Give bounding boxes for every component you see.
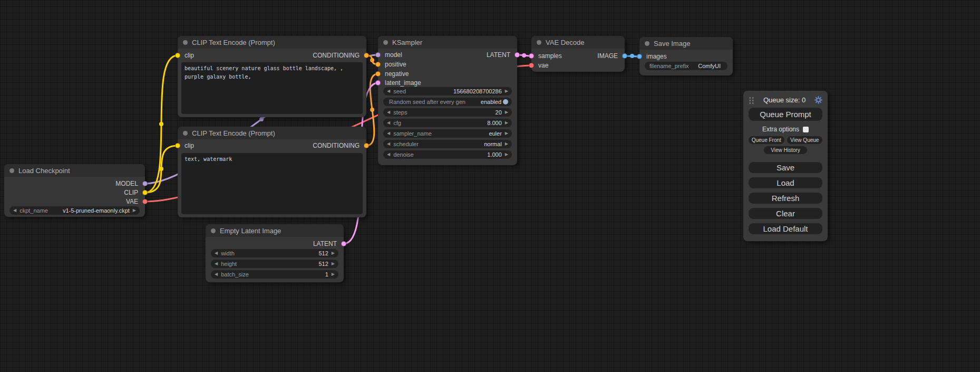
increment-arrow-icon[interactable]: ▶ [505, 108, 508, 117]
widget-batch-size[interactable]: ◀ batch_size 1 ▶ [211, 270, 338, 279]
widget-value: ComfyUI [698, 63, 721, 69]
collapse-dot-icon[interactable] [537, 40, 541, 45]
increment-arrow-icon[interactable]: ▶ [133, 206, 136, 215]
increment-arrow-icon[interactable]: ▶ [332, 270, 335, 279]
positive-input-port[interactable] [375, 62, 381, 67]
slot-label: VAE [126, 198, 138, 205]
collapse-dot-icon[interactable] [383, 40, 388, 45]
collapse-dot-icon[interactable] [183, 131, 188, 136]
extra-options-checkbox[interactable] [803, 127, 809, 132]
model-input-port[interactable] [375, 52, 381, 58]
samples-input-port[interactable] [529, 53, 534, 59]
widget-steps[interactable]: ◀ steps 20 ▶ [383, 108, 512, 117]
load-button[interactable]: Load [749, 177, 822, 188]
view-history-button[interactable]: View History [764, 146, 807, 154]
model-output-port[interactable] [142, 181, 148, 186]
node-title-bar[interactable]: CLIP Text Encode (Prompt) [178, 36, 366, 49]
node-title-bar[interactable]: VAE Decode [531, 36, 625, 49]
node-clip-text-encode-positive[interactable]: CLIP Text Encode (Prompt) clip CONDITION… [178, 36, 366, 117]
save-button[interactable]: Save [749, 162, 822, 173]
decrement-arrow-icon[interactable]: ◀ [13, 206, 16, 215]
images-input-port[interactable] [637, 54, 642, 59]
widget-ckpt-name[interactable]: ◀ ckpt_name v1-5-pruned-emaonly.ckpt ▶ [9, 206, 140, 215]
settings-gear-icon[interactable] [814, 96, 822, 104]
widget-filename-prefix[interactable]: filename_prefix ComfyUI [645, 62, 727, 70]
slot-label: latent_image [385, 79, 421, 87]
collapse-dot-icon[interactable] [211, 228, 216, 233]
view-queue-button[interactable]: View Queue [787, 136, 823, 144]
comfyui-canvas[interactable]: { "app": { "name": "ComfyUI" }, "colors"… [0, 0, 980, 372]
negative-prompt-textarea[interactable]: text, watermark [181, 153, 363, 214]
widget-seed[interactable]: ◀ seed 156680208700286 ▶ [383, 87, 512, 96]
node-title-bar[interactable]: KSampler [378, 36, 517, 49]
node-title-bar[interactable]: Empty Latent Image [206, 224, 344, 237]
vae-input-port[interactable] [529, 63, 534, 68]
widget-denoise[interactable]: ◀ denoise 1.000 ▶ [383, 150, 512, 159]
clip-input-port[interactable] [175, 53, 180, 58]
widget-height[interactable]: ◀ height 512 ▶ [211, 260, 338, 268]
decrement-arrow-icon[interactable]: ◀ [387, 108, 390, 117]
latent-image-input-port[interactable] [375, 80, 381, 85]
input-slot-images: images [639, 52, 667, 61]
negative-input-port[interactable] [375, 71, 381, 77]
clip-output-port[interactable] [142, 190, 148, 195]
node-title-bar[interactable]: Save Image [639, 37, 733, 50]
vae-output-port[interactable] [142, 199, 148, 204]
collapse-dot-icon[interactable] [9, 168, 14, 173]
widget-cfg[interactable]: ◀ cfg 8.000 ▶ [383, 119, 512, 127]
widget-label: cfg [393, 120, 401, 126]
increment-arrow-icon[interactable]: ▶ [505, 129, 508, 138]
collapse-dot-icon[interactable] [645, 41, 649, 46]
decrement-arrow-icon[interactable]: ◀ [387, 87, 390, 96]
decrement-arrow-icon[interactable]: ◀ [215, 249, 218, 257]
decrement-arrow-icon[interactable]: ◀ [215, 260, 218, 268]
node-vae-decode[interactable]: VAE Decode samples vae IMAGE [531, 36, 625, 72]
node-ksampler[interactable]: KSampler model positive negative latent_… [378, 36, 517, 165]
collapse-dot-icon[interactable] [183, 40, 188, 45]
widget-sampler-name[interactable]: ◀ sampler_name euler ▶ [383, 129, 512, 138]
latent-output-port[interactable] [341, 241, 346, 246]
node-title-bar[interactable]: CLIP Text Encode (Prompt) [178, 127, 366, 139]
node-title-text: Empty Latent Image [220, 227, 281, 235]
positive-prompt-textarea[interactable]: beautiful scenery nature glass bottle la… [181, 62, 363, 114]
load-default-button[interactable]: Load Default [749, 223, 822, 234]
node-save-image[interactable]: Save Image images filename_prefix ComfyU… [639, 37, 733, 75]
input-slot-model: model [378, 50, 402, 60]
clip-input-port[interactable] [175, 143, 180, 148]
increment-arrow-icon[interactable]: ▶ [505, 140, 508, 148]
queue-front-button[interactable]: Queue Front [749, 136, 784, 144]
increment-arrow-icon[interactable]: ▶ [505, 119, 508, 127]
widget-scheduler[interactable]: ◀ scheduler normal ▶ [383, 140, 512, 148]
node-title-text: Save Image [654, 40, 690, 47]
latent-output-port[interactable] [515, 52, 520, 58]
queue-size-label: Queue size: 0 [754, 96, 814, 104]
node-title-text: CLIP Text Encode (Prompt) [192, 39, 275, 46]
decrement-arrow-icon[interactable]: ◀ [387, 119, 390, 127]
decrement-arrow-icon[interactable]: ◀ [387, 129, 390, 138]
image-output-port[interactable] [622, 53, 627, 59]
widget-label: height [221, 261, 237, 267]
widget-width[interactable]: ◀ width 512 ▶ [211, 249, 338, 257]
clear-button[interactable]: Clear [749, 208, 822, 219]
refresh-button[interactable]: Refresh [749, 193, 822, 204]
increment-arrow-icon[interactable]: ▶ [332, 249, 335, 257]
node-empty-latent-image[interactable]: Empty Latent Image LATENT ◀ width 512 ▶ … [206, 224, 344, 282]
increment-arrow-icon[interactable]: ▶ [332, 260, 335, 268]
slot-label: clip [185, 142, 194, 149]
decrement-arrow-icon[interactable]: ◀ [215, 270, 218, 279]
increment-arrow-icon[interactable]: ▶ [505, 150, 508, 159]
increment-arrow-icon[interactable]: ▶ [505, 87, 508, 96]
conditioning-output-port[interactable] [364, 143, 369, 148]
node-clip-text-encode-negative[interactable]: CLIP Text Encode (Prompt) clip CONDITION… [178, 127, 366, 217]
conditioning-output-port[interactable] [364, 53, 369, 58]
node-load-checkpoint[interactable]: Load Checkpoint MODEL CLIP VAE ◀ ckpt_na… [4, 164, 145, 217]
node-title-bar[interactable]: Load Checkpoint [4, 164, 145, 177]
widget-random-seed-toggle[interactable]: Random seed after every gen enabled [383, 98, 512, 106]
drag-handle-icon[interactable] [749, 96, 754, 104]
queue-prompt-button[interactable]: Queue Prompt [749, 108, 822, 121]
decrement-arrow-icon[interactable]: ◀ [387, 140, 390, 148]
widget-value: 20 [496, 109, 502, 116]
slot-label: CLIP [124, 189, 138, 196]
decrement-arrow-icon[interactable]: ◀ [387, 150, 390, 159]
slot-label: images [646, 53, 667, 60]
